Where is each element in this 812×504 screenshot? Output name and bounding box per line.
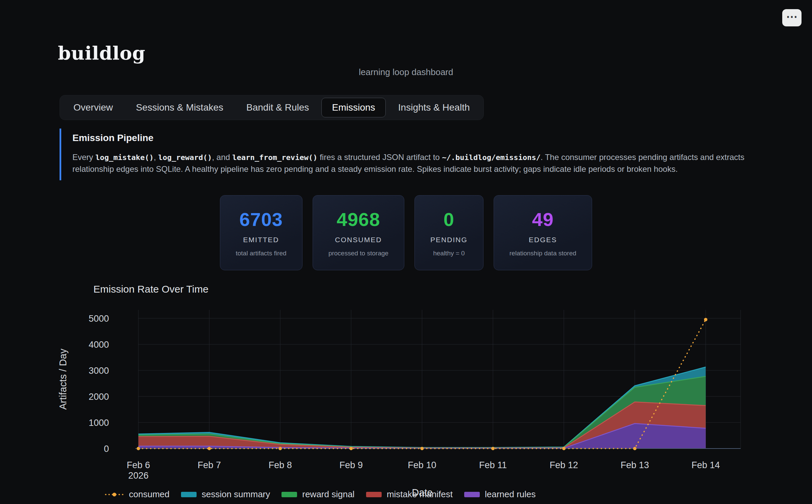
svg-text:2000: 2000	[89, 392, 109, 402]
stat-card-emitted: 6703EMITTEDtotal artifacts fired	[220, 195, 302, 270]
chart-title: Emission Rate Over Time	[93, 283, 208, 295]
stat-label: CONSUMED	[329, 236, 388, 244]
svg-text:Feb 11: Feb 11	[479, 460, 507, 470]
svg-text:Feb 9: Feb 9	[339, 460, 363, 470]
tab-bandit-rules[interactable]: Bandit & Rules	[236, 98, 319, 117]
app-logo: buildlog	[58, 42, 145, 64]
stat-value: 0	[430, 208, 468, 230]
legend-label: session summary	[202, 489, 270, 500]
legend-item-session-summary[interactable]: session summary	[181, 489, 270, 500]
emission-rate-chart: Feb 6Feb 7Feb 8Feb 9Feb 10Feb 11Feb 12Fe…	[0, 304, 812, 504]
svg-text:Feb 12: Feb 12	[550, 460, 578, 470]
inline-code: learn_from_review()	[232, 153, 318, 162]
tab-overview[interactable]: Overview	[63, 98, 123, 117]
callout-title: Emission Pipeline	[72, 133, 746, 143]
svg-text:Feb 14: Feb 14	[692, 460, 720, 470]
stat-sub: processed to storage	[329, 250, 388, 257]
svg-text:Feb 13: Feb 13	[621, 460, 649, 470]
svg-text:0: 0	[104, 444, 109, 454]
mistake-manifest-swatch	[366, 492, 382, 497]
tab-bar: OverviewSessions & MistakesBandit & Rule…	[60, 95, 484, 120]
legend-label: learned rules	[485, 489, 536, 500]
svg-text:Feb 8: Feb 8	[269, 460, 292, 470]
legend-item-mistake-manifest[interactable]: mistake manifest	[366, 489, 453, 500]
callout-text-segment: fires a structured JSON artifact to	[317, 153, 442, 162]
stat-value: 4968	[329, 208, 388, 230]
svg-text:Feb 6: Feb 6	[127, 460, 150, 470]
stat-sub: total artifacts fired	[236, 250, 287, 257]
svg-text:Feb 10: Feb 10	[408, 460, 436, 470]
stat-label: EDGES	[510, 236, 577, 244]
callout-text: Every log_mistake(), log_reward(), and l…	[72, 152, 746, 175]
stat-sub: healthy = 0	[430, 250, 468, 257]
tab-emissions[interactable]: Emissions	[321, 98, 386, 117]
reward-signal-swatch	[281, 492, 297, 497]
session-summary-swatch	[181, 492, 197, 497]
legend-item-reward-signal[interactable]: reward signal	[281, 489, 355, 500]
stat-card-pending: 0PENDINGhealthy = 0	[414, 195, 483, 270]
stat-card-edges: 49EDGESrelationship data stored	[494, 195, 592, 270]
stat-value: 49	[510, 208, 577, 230]
stat-value: 6703	[236, 208, 287, 230]
legend-label: reward signal	[302, 489, 355, 500]
inline-code: log_reward()	[158, 153, 212, 162]
stat-cards: 6703EMITTEDtotal artifacts fired4968CONS…	[0, 195, 812, 270]
emissions-dashboard-page: ⋯ buildlog learning loop dashboard Overv…	[0, 0, 812, 504]
legend-item-consumed[interactable]: consumed	[105, 489, 170, 500]
svg-text:2026: 2026	[128, 471, 149, 481]
stat-card-consumed: 4968CONSUMEDprocessed to storage	[313, 195, 404, 270]
learned-rules-swatch	[464, 492, 480, 497]
svg-text:1000: 1000	[89, 418, 109, 428]
inline-code: log_mistake()	[95, 153, 154, 162]
consumed-line-swatch	[105, 491, 124, 498]
legend-item-learned-rules[interactable]: learned rules	[464, 489, 536, 500]
dashboard-subtitle: learning loop dashboard	[0, 67, 812, 77]
callout-text-segment: , and	[212, 153, 232, 162]
stat-label: PENDING	[430, 236, 468, 244]
legend-label: mistake manifest	[387, 489, 453, 500]
svg-text:Feb 7: Feb 7	[198, 460, 221, 470]
legend-label: consumed	[129, 489, 170, 500]
svg-text:4000: 4000	[89, 340, 109, 350]
emission-pipeline-callout: Emission Pipeline Every log_mistake(), l…	[60, 129, 746, 180]
svg-text:Artifacts / Day: Artifacts / Day	[58, 348, 68, 410]
svg-text:3000: 3000	[89, 366, 109, 376]
tab-insights-health[interactable]: Insights & Health	[388, 98, 480, 117]
stat-label: EMITTED	[236, 236, 287, 244]
more-options-button[interactable]: ⋯	[782, 9, 802, 26]
stat-sub: relationship data stored	[510, 250, 577, 257]
callout-text-segment: ,	[154, 153, 158, 162]
chart-legend: consumedsession summaryreward signalmist…	[105, 489, 536, 500]
tab-sessions-mistakes[interactable]: Sessions & Mistakes	[126, 98, 234, 117]
callout-text-segment: Every	[72, 153, 95, 162]
svg-text:5000: 5000	[89, 314, 109, 324]
inline-code: ~/.buildlog/emissions/	[442, 153, 540, 162]
